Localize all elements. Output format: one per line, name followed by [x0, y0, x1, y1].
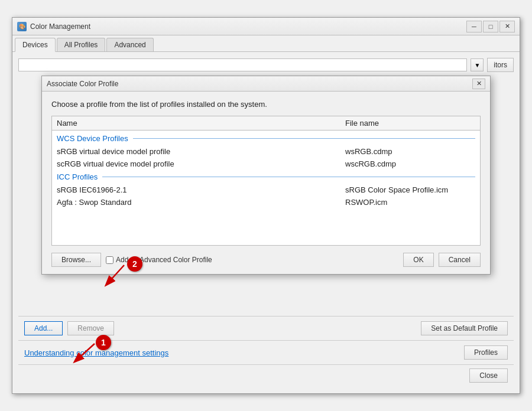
icc-group-line [102, 177, 475, 177]
cancel-button[interactable]: Cancel [439, 253, 481, 267]
col-filename-header: File name [345, 119, 475, 128]
add-advanced-label: Add as Advanced Color Profile [116, 256, 212, 264]
tabs-bar: Devices All Profiles Advanced [12, 35, 520, 52]
remove-button[interactable]: Remove [67, 321, 114, 335]
wcs-group-line [133, 138, 475, 139]
title-bar-buttons: ─ □ ✕ [466, 21, 515, 32]
col-name-header: Name [57, 119, 345, 128]
app-icon: 🎨 [17, 22, 27, 31]
modal-body: Choose a profile from the list of profil… [42, 92, 490, 274]
profiles-button[interactable]: Profiles [464, 345, 508, 360]
add-advanced-checkbox-label[interactable]: Add as Advanced Color Profile [106, 256, 398, 264]
tab-advanced[interactable]: Advanced [106, 38, 153, 51]
add-button[interactable]: Add... [24, 321, 63, 335]
profile-table: Name File name WCS Device Profiles sRGB … [51, 116, 481, 246]
icc-group-label: ICC Profiles [57, 172, 98, 181]
link-bar: Understanding color management settings … [18, 340, 514, 364]
dropdown-arrow-icon[interactable]: ▼ [471, 58, 484, 71]
table-header: Name File name [52, 116, 480, 131]
profile-filename: wscRGB.cdmp [345, 159, 475, 168]
wcs-group-label: WCS Device Profiles [57, 134, 128, 143]
modal-footer: Browse... Add as Advanced Color Profile … [51, 253, 481, 267]
add-remove-bar: Add... Remove Set as Default Profile [18, 316, 514, 340]
device-dropdown[interactable] [18, 58, 467, 71]
profile-filename: wsRGB.cdmp [345, 147, 475, 156]
color-management-window: 🎨 Color Management ─ □ ✕ Devices All Pro… [12, 17, 520, 394]
maximize-button[interactable]: □ [483, 21, 498, 32]
icc-group-header: ICC Profiles [52, 170, 480, 184]
window-title: Color Management [30, 22, 466, 31]
profile-name: sRGB virtual device model profile [57, 147, 345, 156]
ok-button[interactable]: OK [403, 253, 433, 267]
tab-devices[interactable]: Devices [15, 38, 56, 52]
close-bar: Close [18, 364, 514, 387]
set-default-button[interactable]: Set as Default Profile [421, 321, 508, 335]
profile-name: scRGB virtual device model profile [57, 159, 345, 168]
table-spacer [52, 208, 480, 244]
ok-cancel-buttons: OK Cancel [403, 253, 481, 267]
profile-name: sRGB IEC61966-2.1 [57, 185, 345, 194]
tab-all-profiles[interactable]: All Profiles [57, 38, 106, 51]
modal-close-button[interactable]: ✕ [472, 79, 485, 89]
profile-filename: sRGB Color Space Profile.icm [345, 185, 475, 194]
main-close-button[interactable]: Close [469, 368, 508, 383]
wcs-group-header: WCS Device Profiles [52, 132, 480, 145]
table-body: WCS Device Profiles sRGB virtual device … [52, 131, 480, 245]
profile-name: Agfa : Swop Standard [57, 198, 345, 207]
window-content: ▼ itors Associate Color Profile ✕ Choose… [12, 52, 520, 393]
list-item[interactable]: scRGB virtual device model profile wscRG… [52, 158, 480, 170]
list-item[interactable]: Agfa : Swop Standard RSWOP.icm [52, 196, 480, 208]
help-link[interactable]: Understanding color management settings [24, 348, 168, 357]
add-remove-area: Add... Remove [24, 321, 416, 335]
list-item[interactable]: sRGB virtual device model profile wsRGB.… [52, 145, 480, 158]
modal-description: Choose a profile from the list of profil… [51, 100, 481, 109]
modal-title-bar: Associate Color Profile ✕ [42, 76, 490, 92]
associate-color-profile-dialog: Associate Color Profile ✕ Choose a profi… [41, 76, 491, 275]
modal-title: Associate Color Profile [47, 80, 472, 88]
monitors-button[interactable]: itors [487, 58, 514, 72]
background-spacer [18, 275, 514, 316]
profile-filename: RSWOP.icm [345, 198, 475, 207]
list-item[interactable]: sRGB IEC61966-2.1 sRGB Color Space Profi… [52, 184, 480, 196]
browse-button[interactable]: Browse... [51, 253, 101, 267]
add-advanced-checkbox[interactable] [106, 256, 113, 264]
minimize-button[interactable]: ─ [466, 21, 482, 32]
title-bar: 🎨 Color Management ─ □ ✕ [12, 18, 520, 35]
close-button[interactable]: ✕ [499, 21, 515, 32]
